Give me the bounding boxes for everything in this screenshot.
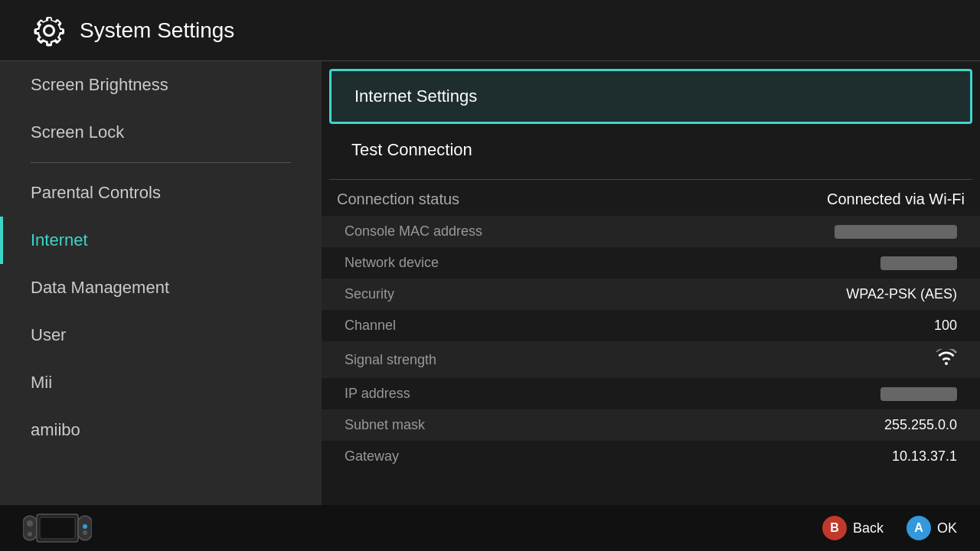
table-row: Channel 100 (322, 310, 980, 341)
sidebar-item-amiibo[interactable]: amiibo (0, 406, 322, 454)
connection-status-value: Connected via Wi-Fi (827, 191, 965, 208)
a-button-icon: A (906, 516, 931, 540)
sidebar: Screen Brightness Screen Lock Parental C… (0, 61, 322, 505)
svg-rect-0 (23, 516, 37, 540)
row-label-ip: IP address (345, 386, 410, 402)
main-layout: Screen Brightness Screen Lock Parental C… (0, 61, 980, 505)
sidebar-item-user[interactable]: User (0, 311, 322, 359)
svg-point-7 (83, 530, 87, 535)
svg-point-6 (83, 524, 87, 529)
header: System Settings (0, 0, 980, 61)
page-title: System Settings (80, 18, 234, 43)
sidebar-item-mii[interactable]: Mii (0, 359, 322, 406)
switch-console-icon (23, 513, 92, 543)
ok-button[interactable]: A OK (906, 516, 957, 540)
svg-rect-4 (40, 517, 75, 539)
row-label-channel: Channel (345, 318, 396, 334)
svg-point-2 (28, 532, 32, 536)
ok-label: OK (937, 520, 957, 536)
sidebar-item-screen-brightness[interactable]: Screen Brightness (0, 61, 322, 109)
wifi-icon (936, 349, 957, 370)
table-row: Console MAC address (322, 216, 980, 247)
svg-point-1 (27, 520, 33, 527)
row-label-subnet: Subnet mask (345, 417, 425, 433)
internet-settings-item[interactable]: Internet Settings (329, 69, 972, 124)
row-label-signal: Signal strength (345, 352, 436, 368)
connection-status-label: Connection status (337, 191, 459, 208)
content-panel: Internet Settings Test Connection Connec… (322, 61, 980, 505)
sidebar-item-internet[interactable]: Internet (0, 217, 322, 264)
row-value-gateway: 10.13.37.1 (892, 448, 957, 465)
connection-status-header: Connection status Connected via Wi-Fi (322, 183, 980, 216)
content-divider-1 (329, 179, 972, 180)
row-value-channel: 100 (934, 318, 957, 334)
row-label-network: Network device (345, 255, 439, 271)
sidebar-item-data-management[interactable]: Data Management (0, 264, 322, 311)
row-value-ip (880, 387, 957, 401)
table-row: Signal strength (322, 341, 980, 378)
table-row: Gateway 10.13.37.1 (322, 441, 980, 472)
sidebar-divider-1 (31, 162, 291, 163)
table-row: Subnet mask 255.255.0.0 (322, 409, 980, 441)
sidebar-item-parental-controls[interactable]: Parental Controls (0, 169, 322, 217)
row-value-subnet: 255.255.0.0 (884, 417, 957, 433)
footer-actions: B Back A OK (822, 516, 957, 540)
row-label-gateway: Gateway (345, 448, 399, 465)
table-row: Network device (322, 247, 980, 279)
test-connection-item[interactable]: Test Connection (329, 124, 972, 176)
b-button-icon: B (822, 516, 847, 540)
row-label-security: Security (345, 286, 394, 302)
sidebar-item-screen-lock[interactable]: Screen Lock (0, 109, 322, 156)
back-label: Back (853, 520, 884, 536)
back-button[interactable]: B Back (822, 516, 884, 540)
table-row: IP address (322, 378, 980, 409)
footer: B Back A OK (0, 505, 980, 551)
row-value-security: WPA2-PSK (AES) (846, 286, 957, 302)
gear-icon (31, 12, 67, 49)
row-value-network (880, 256, 957, 270)
row-label-mac: Console MAC address (345, 223, 482, 240)
table-row: Security WPA2-PSK (AES) (322, 279, 980, 310)
row-value-mac (835, 225, 957, 239)
